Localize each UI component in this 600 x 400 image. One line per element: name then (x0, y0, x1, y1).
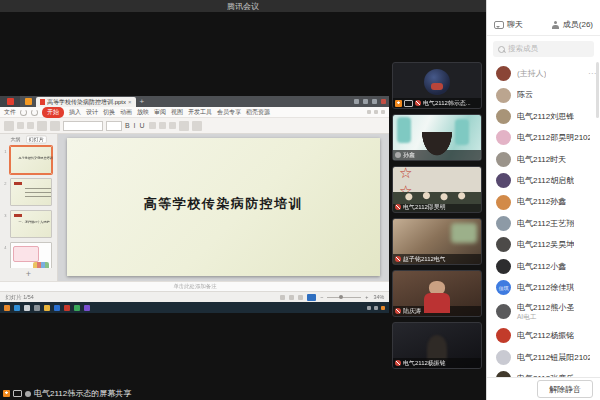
tab-members[interactable]: 成员(26) (552, 19, 593, 30)
tab-chat[interactable]: 聊天 (494, 19, 523, 30)
find-icon[interactable] (367, 110, 371, 114)
font-size-select[interactable] (106, 121, 122, 131)
zoom-level[interactable]: 34% (374, 294, 385, 299)
meeting-titlebar[interactable]: 腾讯会议 (0, 0, 486, 12)
wps-document-tab[interactable]: 高等学校传染病防控培训.pptx × (36, 97, 136, 107)
outline-tab[interactable]: 大纲 (10, 136, 20, 142)
ribbon-tab[interactable]: 插入 (69, 108, 81, 117)
search-icon[interactable] (24, 305, 30, 311)
undo-icon[interactable] (20, 109, 27, 116)
format-painter-icon[interactable] (27, 122, 34, 129)
tray-notification-icon[interactable] (381, 306, 385, 310)
avatar (496, 259, 511, 274)
slide-thumbnail[interactable]: 2 (10, 178, 52, 206)
new-tab-button[interactable]: + (136, 96, 149, 107)
slideshow-play-button[interactable] (307, 294, 316, 301)
paste-button[interactable] (4, 121, 14, 131)
ribbon-tab[interactable]: 会员专享 (217, 108, 241, 117)
zoom-out-button[interactable]: − (320, 294, 323, 299)
avatar (496, 66, 511, 81)
redo-icon[interactable] (31, 109, 38, 116)
account-icon[interactable] (354, 99, 359, 104)
slide-thumbnail[interactable]: 1 高等学校传染病防控培训 (10, 146, 52, 174)
browser-icon[interactable] (64, 305, 70, 311)
member-row[interactable]: 电气2112孙鑫 (487, 191, 600, 212)
member-row[interactable]: 电气2112钮晨阳210200270119 (487, 347, 600, 368)
ribbon-tab[interactable]: 设计 (86, 108, 98, 117)
close-window-icon[interactable] (381, 99, 386, 104)
video-thumbnail[interactable]: 赵子铭2112电气 (392, 218, 482, 265)
font-name-select[interactable] (63, 121, 103, 131)
video-label-bar: 陆庆涛 (393, 306, 481, 316)
ribbon-tab[interactable]: 开始 (42, 107, 64, 118)
task-view-icon[interactable] (34, 305, 40, 311)
ribbon-tab[interactable]: 稻壳资源 (246, 108, 270, 117)
member-row[interactable]: (主持人) ⋯ (487, 63, 600, 84)
notes-bar[interactable]: 单击此处添加备注 (0, 281, 389, 291)
bullet-list-icon[interactable] (169, 122, 176, 129)
close-tab-icon[interactable]: × (128, 99, 132, 105)
member-row[interactable]: 电气2112王艺翔 (487, 213, 600, 234)
file-menu[interactable]: 文件 (4, 108, 16, 117)
ribbon-tab[interactable]: 动画 (120, 108, 132, 117)
wps-home-tab[interactable] (20, 96, 36, 107)
normal-view-icon[interactable] (280, 295, 285, 300)
minimize-icon[interactable] (363, 99, 368, 104)
slide-thumbnail[interactable]: 4 (10, 242, 52, 268)
slides-tab[interactable]: 幻灯片 (26, 135, 46, 143)
video-thumbnail[interactable]: 孙鑫 (392, 114, 482, 161)
ribbon-tab[interactable]: 放映 (137, 108, 149, 117)
video-thumbnail[interactable]: 电气2112邵昊明 (392, 166, 482, 213)
wechat-icon[interactable] (74, 305, 80, 311)
member-row[interactable]: 电气2112胡启航 (487, 170, 600, 191)
cut-icon[interactable] (17, 122, 24, 129)
slide-thumbnail[interactable]: 3 一、怎样做好个人防护 (10, 210, 52, 238)
ribbon-tab[interactable]: 审阅 (154, 108, 166, 117)
tray-icon[interactable] (374, 306, 378, 310)
collapse-ribbon-icon[interactable] (381, 110, 385, 114)
member-row[interactable]: 陈云 (487, 84, 600, 105)
edge-icon[interactable] (54, 305, 60, 311)
slide-sorter-icon[interactable] (289, 295, 294, 300)
member-name: 电气2112刘思锋 (517, 112, 574, 121)
insert-textbox-button[interactable] (192, 121, 202, 131)
member-row[interactable]: 电气2112小鑫 (487, 256, 600, 277)
layout-button[interactable] (50, 121, 60, 131)
member-row[interactable]: 电气2112邵昊明210200270107 (487, 127, 600, 148)
ribbon-tab[interactable]: 视图 (171, 108, 183, 117)
video-thumbnail[interactable]: 电气2112韩示态... (392, 62, 482, 109)
tray-icon[interactable] (367, 306, 371, 310)
reading-view-icon[interactable] (298, 295, 303, 300)
zoom-in-button[interactable]: + (366, 294, 369, 299)
current-slide[interactable]: 高等学校传染病防控培训 (67, 138, 380, 276)
bold-italic-underline-buttons[interactable]: B I U (125, 122, 146, 129)
share-icon[interactable] (374, 110, 378, 114)
ribbon-tab[interactable]: 开发工具 (188, 108, 212, 117)
zoom-slider-handle[interactable] (339, 295, 343, 299)
align-left-icon[interactable] (149, 122, 156, 129)
search-members-input[interactable]: 搜索成员 (493, 41, 594, 57)
member-row[interactable]: 电气2112刘思锋 (487, 106, 600, 127)
align-center-icon[interactable] (159, 122, 166, 129)
ribbon-tab[interactable]: 切换 (103, 108, 115, 117)
file-explorer-icon[interactable] (44, 305, 50, 311)
member-row[interactable]: 电气2112张鹿乐 (487, 368, 600, 377)
member-row[interactable]: 电气2112杨振铭 (487, 325, 600, 346)
member-row[interactable]: 电气2112时天 (487, 149, 600, 170)
video-thumbnail[interactable]: 电气2112杨振铭 (392, 322, 482, 369)
member-row[interactable]: 电气2112吴昊坤 (487, 234, 600, 255)
video-thumbnail[interactable]: 陆庆涛 (392, 270, 482, 317)
wps-logo[interactable] (0, 96, 20, 107)
app-icon[interactable] (84, 305, 90, 311)
wps-taskbar-icon[interactable] (4, 305, 10, 311)
member-row[interactable]: 佳琪 电气2112徐佳琪 (487, 277, 600, 298)
member-list-scrollbar[interactable] (596, 62, 599, 118)
new-slide-button[interactable] (37, 121, 47, 131)
add-slide-button[interactable]: + (0, 268, 57, 281)
member-row[interactable]: 电气2112熊小圣 AI电工 (487, 298, 600, 325)
maximize-icon[interactable] (372, 99, 377, 104)
zoom-slider[interactable] (327, 297, 361, 298)
start-button[interactable] (14, 305, 20, 311)
insert-shape-button[interactable] (179, 121, 189, 131)
unmute-button[interactable]: 解除静音 (537, 380, 593, 398)
